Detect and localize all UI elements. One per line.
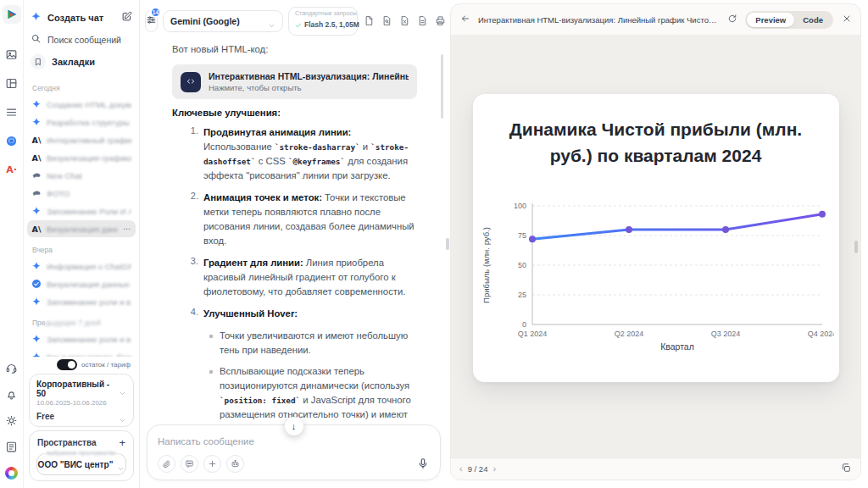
usage-toggle[interactable] <box>57 359 77 370</box>
chat-list-item[interactable]: Запоминание Роли И Анализ <box>27 202 136 219</box>
copy-artifact-button[interactable] <box>839 463 852 475</box>
bookmarks-label: Закладки <box>52 57 95 67</box>
tier-name: Free <box>36 412 54 421</box>
next-page-button[interactable]: › <box>492 464 496 474</box>
file-lines-icon[interactable] <box>416 15 428 27</box>
chat-list-item[interactable]: A\Визуализация графика с изм <box>27 149 136 166</box>
preview-code-toggle: Preview Code <box>745 11 833 29</box>
list-icon[interactable] <box>3 103 20 120</box>
scroll-to-bottom-button[interactable]: ↓ <box>285 417 303 435</box>
model-name: Gemini (Google) <box>170 16 263 26</box>
model-info: Flash 2.5, 1,05M <box>304 20 359 29</box>
standard-requests-box[interactable]: Стандартные запросы Flash 2.5, 1,05M <box>288 7 358 36</box>
file-xls-icon[interactable] <box>398 15 410 27</box>
list-number: 1. <box>187 125 198 183</box>
chat-list-item[interactable]: ФОТО <box>27 185 136 202</box>
model-selector[interactable]: Gemini (Google) <box>163 10 283 32</box>
chat-list-item[interactable]: Информация о ChatGPT 5 и <box>27 258 136 274</box>
artifact-subtitle: Нажмите, чтобы открыть <box>209 83 409 92</box>
notifications-icon[interactable] <box>3 385 20 402</box>
chat-sidebar: Создать чат Поиск сообщений Закладки Сег… <box>24 0 140 488</box>
panel-edge-handle[interactable] <box>854 241 858 253</box>
line-chart: 0255075100Q1 2024Q2 2024Q3 2024Q4 2024Кв… <box>473 197 839 367</box>
list-item: 1.Продвинутая анимация линии: Использова… <box>187 125 417 183</box>
artifact-panel: Интерактивная HTML-визуализация: Линейны… <box>448 0 868 488</box>
svg-text:Прибыль (млн. руб.): Прибыль (млн. руб.) <box>481 227 491 303</box>
chat-scrollbar[interactable] <box>441 54 443 119</box>
new-chat-button[interactable]: Создать чат <box>24 7 139 29</box>
add-space-button[interactable]: + <box>119 437 125 448</box>
chat-item-title: Визуализация данных у <box>47 225 118 234</box>
community-icon[interactable] <box>3 464 20 481</box>
chat-list-item[interactable]: Создание HTML документа <box>27 96 136 113</box>
list-item-text: Градиент для линии: Линия приобрела крас… <box>203 256 417 299</box>
space-org-name: ООО "ВИС центр" <box>38 460 114 469</box>
logo-icon[interactable] <box>3 5 21 24</box>
chat-list-item[interactable]: Разработка структуры HTML <box>27 114 136 130</box>
chat-list-item[interactable]: A\Интерактивный график исто <box>27 131 136 148</box>
chat-list-item[interactable]: Запоминание роли и внешн <box>27 330 136 347</box>
list-item-text: Продвинутая анимация линии: Использовани… <box>203 125 417 183</box>
check-icon <box>31 279 42 289</box>
tab-preview[interactable]: Preview <box>747 13 794 27</box>
chevron-down-icon <box>119 413 126 420</box>
close-icon[interactable] <box>840 14 853 26</box>
artifact-panel-footer: ‹ 9 / 24 › <box>451 458 860 480</box>
chevron-down-icon <box>119 385 126 393</box>
prev-page-button[interactable]: ‹ <box>459 464 463 474</box>
chevron-down-icon <box>117 461 125 469</box>
space-hint: выбранное пространство <box>44 450 119 456</box>
file-search-icon[interactable] <box>381 15 392 27</box>
search-messages-button[interactable]: Поиск сообщений <box>24 29 139 51</box>
support-icon[interactable] <box>3 359 20 376</box>
theme-icon[interactable] <box>3 412 20 429</box>
refresh-button[interactable] <box>726 14 738 26</box>
space-selector[interactable]: выбранное пространство ООО "ВИС центр" <box>36 453 126 475</box>
chat-list-item[interactable]: New Chat <box>27 167 136 184</box>
news-icon[interactable] <box>3 438 20 455</box>
chat-item-title: Запоминание роли и внешн <box>47 297 131 307</box>
tab-code[interactable]: Code <box>794 13 832 27</box>
compose-icon[interactable] <box>121 10 132 25</box>
attach-icon[interactable] <box>158 455 175 473</box>
chat-list-item[interactable]: Как я могу помочь бизнесу <box>27 348 136 357</box>
chat-item-title: ФОТО <box>47 189 70 198</box>
plan-card: Корпоративный - 50 10.06.2025-10.06.2026… <box>29 374 134 427</box>
message-input[interactable] <box>158 436 430 446</box>
file-icon[interactable] <box>363 15 375 27</box>
chat-list-item[interactable]: A\Визуализация данных у⋯ <box>27 220 136 237</box>
chat-list-item[interactable]: Запоминание роли и внешн <box>27 293 136 310</box>
printer-icon[interactable] <box>434 15 446 27</box>
chart-card: Динамика Чистой прибыли (млн. руб.) по к… <box>473 94 839 382</box>
panel-resize-handle[interactable] <box>446 238 449 250</box>
list-number: 4. <box>187 307 198 321</box>
bookmarks-button[interactable]: Закладки <box>24 51 139 73</box>
add-icon[interactable] <box>203 455 221 473</box>
prompts-icon[interactable] <box>181 455 198 473</box>
chat-topbar: 14 Gemini (Google) Стандартные запросы F… <box>140 0 448 41</box>
plan-selector[interactable]: Корпоративный - 50 <box>36 380 126 398</box>
chat-item-title: Интерактивный график исто <box>47 136 131 145</box>
chat-list-item[interactable]: Визуализация данных для к <box>27 275 136 292</box>
section-label: Вчера <box>24 238 139 257</box>
html-artifact-card[interactable]: Интерактивная HTML-визуализация: Линейны… <box>172 64 417 99</box>
chat-item-title: Как я могу помочь бизнесу <box>47 352 131 358</box>
list-item: 3.Градиент для линии: Линия приобрела кр… <box>187 256 417 299</box>
whale-icon <box>31 188 42 198</box>
back-button[interactable] <box>459 14 471 26</box>
svg-text:Q3 2024: Q3 2024 <box>710 330 740 338</box>
sphere-icon[interactable] <box>3 132 20 149</box>
artifact-panel-header: Интерактивная HTML-визуализация: Линейны… <box>451 4 860 35</box>
mic-icon[interactable] <box>416 458 430 471</box>
chevron-down-icon <box>268 18 275 25</box>
rail-bottom-icons <box>3 359 20 481</box>
tier-selector[interactable]: Free <box>36 412 126 421</box>
chat-item-menu-icon[interactable]: ⋯ <box>123 225 131 233</box>
bot-icon[interactable] <box>226 455 244 473</box>
gallery-icon[interactable] <box>3 46 20 63</box>
board-icon[interactable] <box>3 75 20 92</box>
assistant-a-icon[interactable]: A· <box>3 161 20 178</box>
composer-buttons <box>158 455 430 473</box>
sparkle-icon <box>31 99 42 109</box>
model-settings-button[interactable]: 14 <box>145 10 158 32</box>
